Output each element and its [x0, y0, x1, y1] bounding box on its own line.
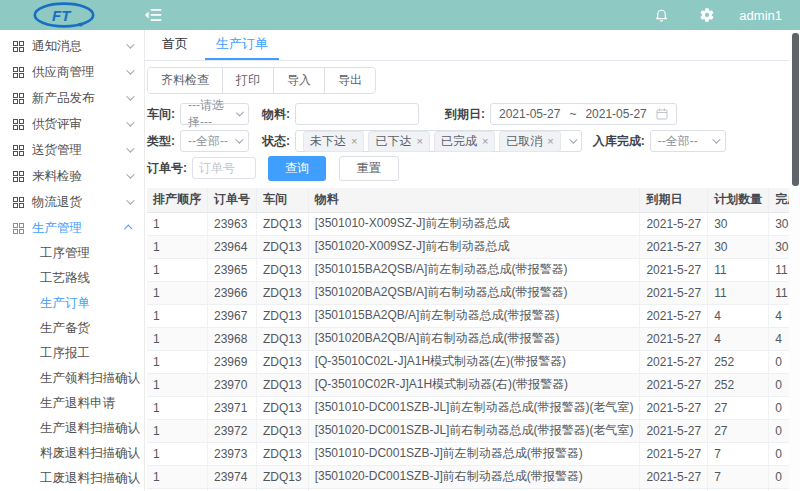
- material-input[interactable]: [295, 103, 419, 125]
- search-button[interactable]: 查询: [268, 156, 326, 181]
- grid-icon: [13, 93, 24, 104]
- table-cell: 2021-5-27: [640, 419, 708, 442]
- workshop-label: 车间:: [147, 106, 175, 123]
- sidebar-subitem[interactable]: 工废退料扫描确认: [0, 466, 144, 491]
- sidebar-item[interactable]: 新产品发布: [0, 85, 144, 111]
- tab-active[interactable]: 生产订单: [205, 30, 279, 60]
- status-tag: 未下达 ×: [303, 131, 364, 152]
- bell-icon[interactable]: [654, 7, 669, 23]
- table-cell: [3501015BA2QB/A]前左制动器总成(带报警器): [308, 304, 640, 327]
- gear-icon[interactable]: [699, 7, 715, 23]
- toolbar-button[interactable]: 打印: [223, 68, 274, 93]
- sidebar-subitem[interactable]: 工序报工: [0, 341, 144, 366]
- table-cell: 1: [147, 327, 208, 350]
- reset-button[interactable]: 重置: [339, 156, 399, 181]
- sidebar-fold-icon[interactable]: [145, 8, 162, 22]
- table-cell: ZDQ13: [257, 350, 309, 373]
- table-row[interactable]: 123972ZDQ13[3501020-DC001SZB-JL]前右制动器总成(…: [147, 419, 800, 442]
- table-row[interactable]: 123967ZDQ13[3501015BA2QB/A]前左制动器总成(带报警器)…: [147, 304, 800, 327]
- due-date-to: 2021-05-27: [585, 107, 646, 121]
- order-no-input[interactable]: [192, 157, 256, 179]
- orders-table: 排产顺序订单号车间物料到期日计划数量完成数量仓库压线铺线 123963ZDQ13…: [147, 188, 800, 491]
- table-row[interactable]: 123970ZDQ13[Q-35010C02R-J]A1H模式制动器(右)(带报…: [147, 373, 800, 396]
- table-cell: 2021-5-27: [640, 373, 708, 396]
- sidebar-subitem[interactable]: 生产备货: [0, 316, 144, 341]
- table-cell: 252: [708, 373, 769, 396]
- table-row[interactable]: 123963ZDQ13[3501010-X009SZ-J]前左制动器总成2021…: [147, 212, 800, 235]
- table-cell: 7: [708, 465, 769, 488]
- toolbar-button[interactable]: 导出: [325, 68, 375, 93]
- app-logo: FT: [33, 2, 95, 28]
- table-cell: [3501015BA2QSB/A]前左制动器总成(带报警器): [308, 258, 640, 281]
- filter-form: 车间: ---请选择--- 物料: 到期日: 2021-05-27 ~ 2021…: [147, 103, 800, 184]
- sidebar-item[interactable]: 生产管理: [0, 215, 144, 241]
- table-row[interactable]: 123973ZDQ13[3501010-DC001SZB-J]前左制动器总成(带…: [147, 442, 800, 465]
- table-cell: 2021-5-27: [640, 327, 708, 350]
- table-row[interactable]: 123965ZDQ13[3501015BA2QSB/A]前左制动器总成(带报警器…: [147, 258, 800, 281]
- table-row[interactable]: 123964ZDQ13[3501020-X009SZ-J]前右制动器总成2021…: [147, 235, 800, 258]
- table-cell: 1: [147, 235, 208, 258]
- sidebar-subitem[interactable]: 工序管理: [0, 241, 144, 266]
- sidebar-item[interactable]: 物流退货: [0, 189, 144, 215]
- table-cell: ZDQ13: [257, 419, 309, 442]
- sidebar-subitem[interactable]: 生产退料扫描确认: [0, 416, 144, 441]
- table-cell: 23964: [208, 235, 257, 258]
- table-row[interactable]: 123968ZDQ13[3501020BA2QB/A]前右制动器总成(带报警器)…: [147, 327, 800, 350]
- column-header: 订单号: [208, 188, 257, 212]
- table-cell: 23965: [208, 258, 257, 281]
- sidebar-subitem[interactable]: 生产领料扫描确认: [0, 366, 144, 391]
- tag-close-icon[interactable]: ×: [482, 135, 488, 147]
- sidebar-subitem[interactable]: 生产退料申请: [0, 391, 144, 416]
- table-cell: 1: [147, 396, 208, 419]
- sidebar-subitem[interactable]: 工艺路线: [0, 266, 144, 291]
- inbound-complete-select[interactable]: --全部--: [650, 130, 726, 152]
- username[interactable]: admin1: [739, 8, 782, 23]
- sidebar-item[interactable]: 供货评审: [0, 111, 144, 137]
- sidebar-subitem[interactable]: 生产订单: [0, 291, 144, 316]
- column-header: 计划数量: [708, 188, 769, 212]
- grid-icon: [13, 41, 24, 52]
- sidebar-item[interactable]: 送货管理: [0, 137, 144, 163]
- calendar-icon: [656, 108, 668, 120]
- table-row[interactable]: 123969ZDQ13[Q-35010C02L-J]A1H模式制动器(左)(带报…: [147, 350, 800, 373]
- table-cell: 23968: [208, 327, 257, 350]
- tab-item[interactable]: 首页: [151, 30, 199, 60]
- toolbar-button[interactable]: 齐料检查: [148, 68, 223, 93]
- scrollbar-thumb[interactable]: [792, 33, 799, 186]
- tag-close-icon[interactable]: ×: [351, 135, 357, 147]
- tag-close-icon[interactable]: ×: [547, 135, 553, 147]
- table-cell: [3501020-X009SZ-J]前右制动器总成: [308, 235, 640, 258]
- status-tag: 已下达 ×: [368, 131, 429, 152]
- table-cell: 1: [147, 212, 208, 235]
- due-date-label: 到期日:: [445, 106, 485, 123]
- table-row[interactable]: 123971ZDQ13[3501010-DC001SZB-JL]前左制动器总成(…: [147, 396, 800, 419]
- status-multiselect[interactable]: 未下达 ×已下达 ×已完成 ×已取消 ×: [295, 130, 582, 152]
- table-cell: ZDQ13: [257, 396, 309, 419]
- table-cell: 23970: [208, 373, 257, 396]
- table-cell: 23966: [208, 281, 257, 304]
- sidebar-subitem[interactable]: 料废退料扫描确认: [0, 441, 144, 466]
- table-cell: 27: [708, 419, 769, 442]
- column-header: 车间: [257, 188, 309, 212]
- tag-close-icon[interactable]: ×: [416, 135, 422, 147]
- app-header: FT admin1: [0, 0, 800, 30]
- type-select[interactable]: --全部--: [180, 130, 249, 152]
- sidebar-item[interactable]: 来料检验: [0, 163, 144, 189]
- table-row[interactable]: 123974ZDQ13[3501020-DC001SZB-J]前右制动器总成(带…: [147, 465, 800, 488]
- table-row[interactable]: 123966ZDQ13[3501020BA2QSB/A]前右制动器总成(带报警器…: [147, 281, 800, 304]
- table-cell: 2021-5-27: [640, 442, 708, 465]
- chevron-up-icon: [124, 224, 132, 232]
- due-date-range-picker[interactable]: 2021-05-27 ~ 2021-05-27: [490, 103, 677, 125]
- grid-icon: [13, 171, 24, 182]
- status-tag: 已完成 ×: [434, 131, 495, 152]
- column-header: 排产顺序: [147, 188, 208, 212]
- sidebar-item[interactable]: 通知消息: [0, 33, 144, 59]
- table-cell: ZDQ13: [257, 235, 309, 258]
- sidebar-item[interactable]: 供应商管理: [0, 59, 144, 85]
- table-cell: 23972: [208, 419, 257, 442]
- table-cell: 11: [708, 258, 769, 281]
- chevron-down-icon: [126, 170, 134, 178]
- table-cell: [3501010-X009SZ-J]前左制动器总成: [308, 212, 640, 235]
- workshop-select[interactable]: ---请选择---: [180, 103, 249, 125]
- toolbar-button[interactable]: 导入: [274, 68, 325, 93]
